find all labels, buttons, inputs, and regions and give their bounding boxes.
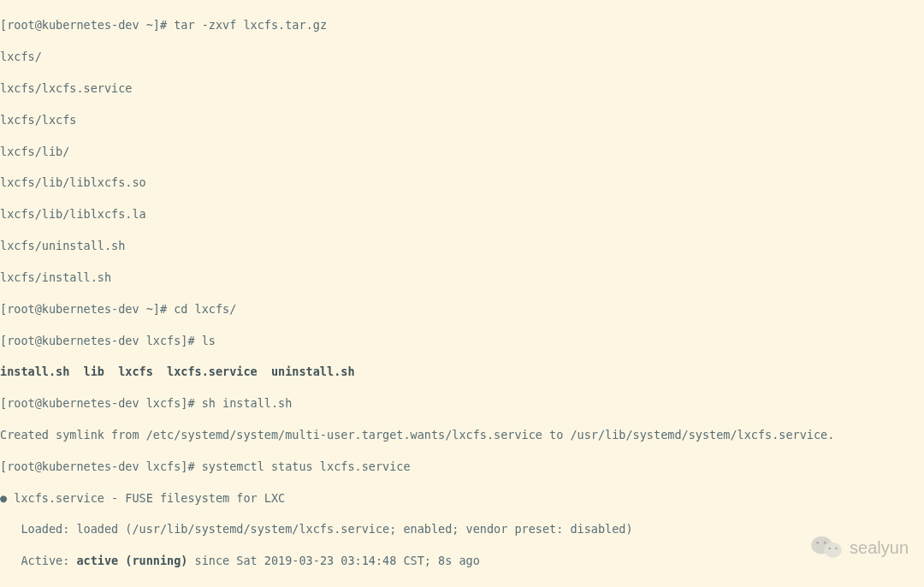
shell-prompt: [root@kubernetes-dev lxcfs]#: [0, 334, 202, 347]
command-text: tar -zxvf lxcfs.tar.gz: [174, 18, 327, 32]
terminal-line: [root@kubernetes-dev lxcfs]# ls: [0, 333, 924, 348]
svg-point-4: [829, 547, 831, 548]
status-loaded: Loaded: loaded (/usr/lib/systemd/system/…: [0, 521, 924, 537]
shell-prompt: [root@kubernetes-dev ~]#: [0, 302, 174, 316]
terminal-line: Created symlink from /etc/systemd/system…: [0, 427, 924, 442]
terminal-line: lxcfs/uninstall.sh: [0, 238, 924, 253]
command-text: sh install.sh: [202, 396, 293, 410]
terminal-line: lxcfs/: [0, 49, 924, 64]
svg-point-2: [816, 541, 819, 543]
terminal-line: [root@kubernetes-dev lxcfs]# sh install.…: [0, 395, 924, 411]
shell-prompt: [root@kubernetes-dev lxcfs]#: [0, 396, 202, 410]
shell-prompt: [root@kubernetes-dev lxcfs]#: [0, 460, 202, 473]
terminal-line: [root@kubernetes-dev lxcfs]# systemctl s…: [0, 459, 924, 474]
svg-point-3: [824, 541, 826, 543]
wechat-icon: [810, 534, 843, 561]
svg-point-1: [824, 542, 842, 557]
status-active-state: active (running): [76, 554, 187, 567]
terminal-line: lxcfs/lib/: [0, 144, 924, 159]
command-text: systemctl status lxcfs.service: [202, 460, 411, 473]
terminal-line: lxcfs/lib/liblxcfs.so: [0, 175, 924, 190]
status-header: ● lxcfs.service - FUSE filesystem for LX…: [0, 490, 924, 506]
watermark-text: sealyun: [850, 540, 909, 555]
status-active: Active: active (running) since Sat 2019-…: [0, 553, 924, 568]
terminal-line: lxcfs/lib/liblxcfs.la: [0, 206, 924, 222]
svg-point-5: [835, 547, 837, 548]
terminal-line: [root@kubernetes-dev ~]# cd lxcfs/: [0, 301, 924, 317]
command-text: cd lxcfs/: [174, 302, 236, 316]
watermark: sealyun: [810, 534, 909, 561]
shell-prompt: [root@kubernetes-dev ~]#: [0, 18, 174, 32]
terminal-line: lxcfs/lxcfs.service: [0, 80, 924, 96]
terminal-line: lxcfs/install.sh: [0, 270, 924, 285]
ls-output: install.sh lib lxcfs lxcfs.service unins…: [0, 364, 924, 379]
command-text: ls: [202, 334, 216, 347]
terminal-line: [root@kubernetes-dev ~]# tar -zxvf lxcfs…: [0, 17, 924, 33]
terminal-output[interactable]: [root@kubernetes-dev ~]# tar -zxvf lxcfs…: [0, 0, 924, 587]
terminal-line: lxcfs/lxcfs: [0, 112, 924, 127]
